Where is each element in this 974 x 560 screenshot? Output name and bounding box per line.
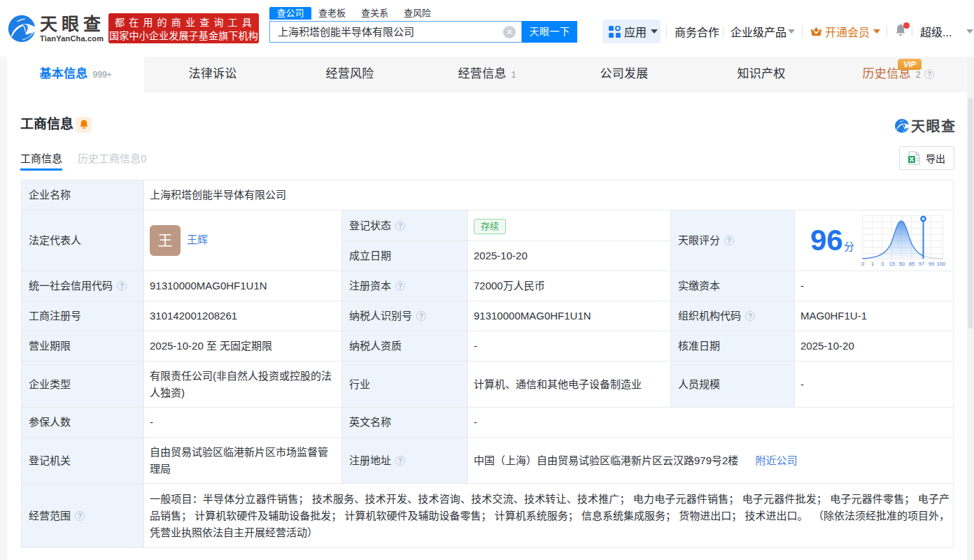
svg-text:85: 85 <box>909 261 915 267</box>
svg-text:100: 100 <box>937 261 946 267</box>
svg-text:50: 50 <box>899 261 905 267</box>
svg-text:0: 0 <box>861 261 864 267</box>
svg-text:3: 3 <box>881 261 884 267</box>
svg-text:99: 99 <box>929 261 934 267</box>
svg-text:15: 15 <box>889 261 895 267</box>
svg-text:97: 97 <box>919 261 924 267</box>
svg-text:1: 1 <box>871 261 874 267</box>
